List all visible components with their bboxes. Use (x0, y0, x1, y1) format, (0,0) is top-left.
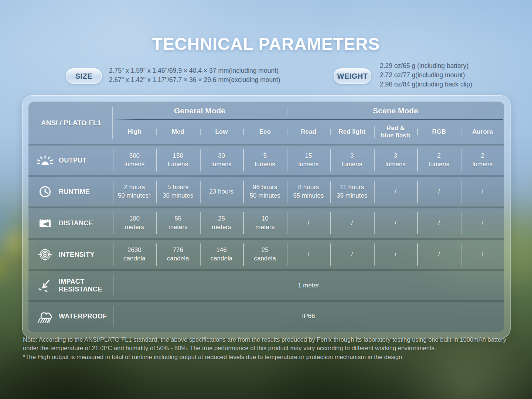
table-cell: / (374, 240, 417, 269)
table-cell: / (374, 177, 417, 207)
page-title: TECHNICAL PARAMETERS (0, 34, 532, 54)
impact-icon (37, 279, 54, 292)
clock-icon (37, 185, 54, 198)
table-cell: 150 lumens (156, 146, 200, 175)
table-cell: 2 lumens (461, 146, 504, 175)
table-row-intensity: INTENSITY 2630 candela 776 candela 146 c… (28, 238, 504, 269)
table-cell: 146 candela (200, 240, 243, 269)
size-specs: 2.75" x 1.59" x 1.46''/69.9 × 40.4 × 37 … (109, 66, 280, 85)
row-label: RUNTIME (59, 188, 90, 196)
weight-pill-label: WEIGHT (337, 72, 368, 81)
table-cell: / (461, 208, 504, 238)
table-cell: / (461, 177, 504, 207)
column-header-med: Med (156, 127, 200, 136)
table-row-runtime: RUNTIME 2 hours 50 minutes* 5 hours 30 m… (28, 175, 504, 207)
table-cell: 23 hours (200, 177, 243, 207)
target-intensity-icon (37, 248, 54, 261)
table-cell: 3 lumens (374, 146, 417, 175)
column-header-eco: Eco (243, 127, 287, 136)
table-cell: 10 meters (243, 208, 287, 238)
table-cell-span: 1 meter (113, 271, 504, 300)
table-cell: 2 hours 50 minutes* (113, 177, 156, 207)
table-row-impact-resistance: IMPACT RESISTANCE 1 meter (28, 269, 504, 300)
table-cell: / (417, 208, 461, 238)
size-pill: SIZE (66, 68, 102, 84)
weight-line: 2.96 oz/84 g(including back clip) (380, 80, 472, 89)
spec-table: ANSI / PLATO FL1 General Mode Scene Mode… (28, 102, 504, 332)
footnote-line: Note: According to the ANSI/PLATO FL1 st… (23, 335, 510, 353)
size-pill-label: SIZE (75, 72, 92, 81)
table-row-distance: DISTANCE 100 meters 55 meters 25 meters … (28, 207, 504, 238)
column-header-red-blue-flash: Red & blue flash (374, 124, 417, 140)
table-cell: 96 hours 50 minutes (243, 177, 287, 207)
corner-label: ANSI / PLATO FL1 (28, 102, 113, 144)
row-label: IMPACT RESISTANCE (59, 278, 102, 293)
weight-line: 2.72 oz/77 g(including mount) (380, 71, 472, 80)
table-cell: 15 lumens (287, 146, 330, 175)
column-header-read: Read (287, 127, 330, 136)
table-cell: / (287, 240, 330, 269)
row-label: INTENSITY (59, 251, 95, 259)
table-cell: 5 hours 30 minutes (156, 177, 200, 207)
table-cell: 3 lumens (330, 146, 374, 175)
size-line: 2.75" x 1.59" x 1.46''/69.9 × 40.4 × 37 … (109, 66, 280, 75)
table-cell: 2630 candela (113, 240, 156, 269)
table-cell: / (330, 208, 374, 238)
weight-specs: 2.29 oz/65 g (including battery) 2.72 oz… (380, 61, 472, 89)
table-header: ANSI / PLATO FL1 General Mode Scene Mode… (28, 102, 504, 144)
table-cell: 500 lumens (113, 146, 156, 175)
column-header-aurora: Aurora (461, 127, 504, 136)
table-cell: / (287, 208, 330, 238)
table-row-waterproof: WATERPROOF IP66 (28, 300, 504, 331)
table-row-output: OUTPUT 500 lumens 150 lumens 30 lumens 5… (28, 144, 504, 175)
group-general-mode: General Mode (113, 106, 287, 115)
table-cell: / (417, 240, 461, 269)
table-cell: 5 lumens (243, 146, 287, 175)
table-cell: 776 candela (156, 240, 200, 269)
sun-icon (37, 155, 54, 166)
table-cell: 11 hours 35 minutes (330, 177, 374, 207)
table-cell-span: IP66 (113, 302, 504, 331)
table-cell: 2 lumens (417, 146, 461, 175)
table-cell: 30 lumens (200, 146, 243, 175)
column-header-rgb: RGB (417, 127, 461, 136)
table-cell: 55 meters (156, 208, 200, 238)
rain-icon (37, 310, 54, 323)
table-cell: / (374, 208, 417, 238)
footnote: Note: According to the ANSI/PLATO FL1 st… (23, 335, 510, 361)
row-label: DISTANCE (59, 219, 93, 227)
beam-distance-icon (37, 217, 54, 229)
table-cell: / (461, 240, 504, 269)
group-scene-mode: Scene Mode (287, 106, 504, 115)
table-cell: / (417, 177, 461, 207)
column-header-red-light: Red light (330, 127, 374, 136)
footnote-line: *The High output is measured in total of… (23, 353, 510, 361)
table-cell: 25 meters (200, 208, 243, 238)
row-label: OUTPUT (59, 157, 87, 164)
spec-table-panel: ANSI / PLATO FL1 General Mode Scene Mode… (22, 95, 511, 338)
size-line: 2.67" x 1.42" x 1.17''/67.7 × 36 × 29.6 … (109, 75, 280, 85)
column-header-high: High (113, 127, 156, 136)
weight-pill: WEIGHT (334, 68, 371, 84)
table-cell: 8 hours 55 minutes (287, 177, 330, 207)
table-cell: / (330, 240, 374, 269)
technical-parameters-page: TECHNICAL PARAMETERS SIZE 2.75" x 1.59" … (0, 0, 532, 399)
table-cell: 25 candela (243, 240, 287, 269)
row-label: WATERPROOF (59, 313, 107, 320)
weight-line: 2.29 oz/65 g (including battery) (380, 61, 472, 71)
column-header-low: Low (200, 127, 243, 136)
table-cell: 100 meters (113, 208, 156, 238)
